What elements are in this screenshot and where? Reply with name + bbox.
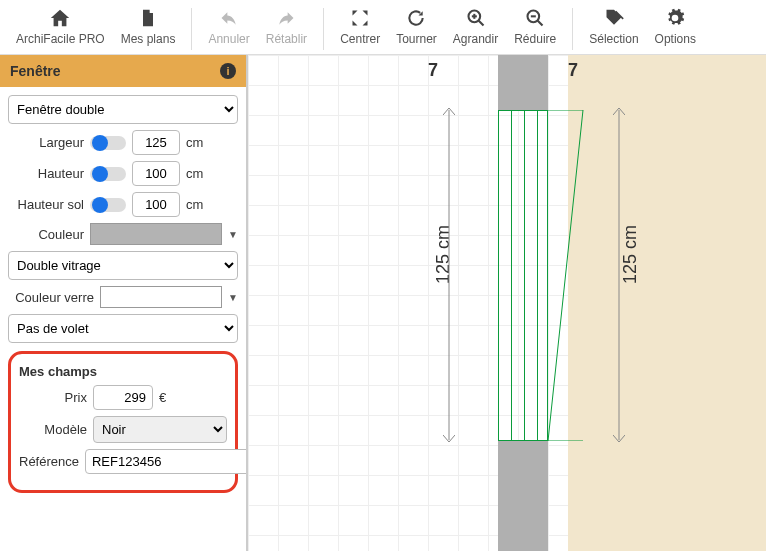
largeur-slider[interactable] <box>90 136 126 150</box>
options-label: Options <box>655 32 696 46</box>
selection-label: Sélection <box>589 32 638 46</box>
vitrage-select[interactable]: Double vitrage <box>8 251 238 280</box>
hauteur-input[interactable] <box>132 161 180 186</box>
couleur-label: Couleur <box>8 227 84 242</box>
ref-label: Référence <box>19 454 79 469</box>
redo-label: Rétablir <box>266 32 307 46</box>
wall-bottom <box>498 441 548 551</box>
dim-line-right <box>613 105 625 445</box>
zoomin-icon <box>466 6 486 30</box>
window-type-select[interactable]: Fenêtre double <box>8 95 238 124</box>
modele-select[interactable]: Noir <box>93 416 227 443</box>
redo-button[interactable]: Rétablir <box>258 4 315 48</box>
svg-line-8 <box>548 110 583 441</box>
hauteur-label: Hauteur <box>8 166 84 181</box>
ref-input[interactable] <box>85 449 248 474</box>
undo-label: Annuler <box>208 32 249 46</box>
rotate-label: Tourner <box>396 32 437 46</box>
couleur-verre-swatch[interactable] <box>100 286 222 308</box>
plans-label: Mes plans <box>121 32 176 46</box>
options-button[interactable]: Options <box>647 4 704 48</box>
redo-icon <box>275 6 297 30</box>
window-object[interactable] <box>498 110 548 441</box>
svg-line-1 <box>478 21 483 26</box>
zoomout-icon <box>525 6 545 30</box>
selection-button[interactable]: Sélection <box>581 4 646 48</box>
largeur-label: Largeur <box>8 135 84 150</box>
undo-button[interactable]: Annuler <box>200 4 257 48</box>
rotate-icon <box>406 6 426 30</box>
panel-title: Fenêtre i <box>0 55 246 87</box>
prix-input[interactable] <box>93 385 153 410</box>
home-label: ArchiFacile PRO <box>16 32 105 46</box>
canvas[interactable]: 7 7 125 cm 125 cm <box>248 55 766 551</box>
center-label: Centrer <box>340 32 380 46</box>
chevron-down-icon[interactable]: ▼ <box>228 229 238 240</box>
undo-icon <box>218 6 240 30</box>
hsol-input[interactable] <box>132 192 180 217</box>
rotate-button[interactable]: Tourner <box>388 4 445 48</box>
wall-top <box>498 55 548 110</box>
info-icon[interactable]: i <box>220 63 236 79</box>
plans-button[interactable]: Mes plans <box>113 4 184 48</box>
prix-label: Prix <box>19 390 87 405</box>
hsol-slider[interactable] <box>90 198 126 212</box>
modele-label: Modèle <box>19 422 87 437</box>
hauteur-slider[interactable] <box>90 167 126 181</box>
mes-champs-title: Mes champs <box>19 364 227 379</box>
home-icon <box>49 6 71 30</box>
largeur-input[interactable] <box>132 130 180 155</box>
mes-champs-box: Mes champs Prix € Modèle Noir Référence <box>8 351 238 493</box>
toolbar: ArchiFacile PRO Mes plans Annuler Rétabl… <box>0 0 766 55</box>
couleur-verre-label: Couleur verre <box>8 290 94 305</box>
zoomout-button[interactable]: Réduire <box>506 4 564 48</box>
file-icon <box>138 6 158 30</box>
svg-line-5 <box>538 21 543 26</box>
dim-7a: 7 <box>428 60 438 81</box>
zoomin-button[interactable]: Agrandir <box>445 4 506 48</box>
zoomout-label: Réduire <box>514 32 556 46</box>
expand-icon <box>350 6 370 30</box>
volet-select[interactable]: Pas de volet <box>8 314 238 343</box>
center-button[interactable]: Centrer <box>332 4 388 48</box>
home-button[interactable]: ArchiFacile PRO <box>8 4 113 48</box>
dim-7b: 7 <box>568 60 578 81</box>
sidebar: Fenêtre i Fenêtre double Largeur cm Haut… <box>0 55 248 551</box>
tag-icon <box>603 6 625 30</box>
chevron-down-icon[interactable]: ▼ <box>228 292 238 303</box>
dim-line-left <box>443 105 455 445</box>
couleur-swatch[interactable] <box>90 223 222 245</box>
hsol-label: Hauteur sol <box>8 197 84 212</box>
zoomin-label: Agrandir <box>453 32 498 46</box>
gear-icon <box>665 6 685 30</box>
